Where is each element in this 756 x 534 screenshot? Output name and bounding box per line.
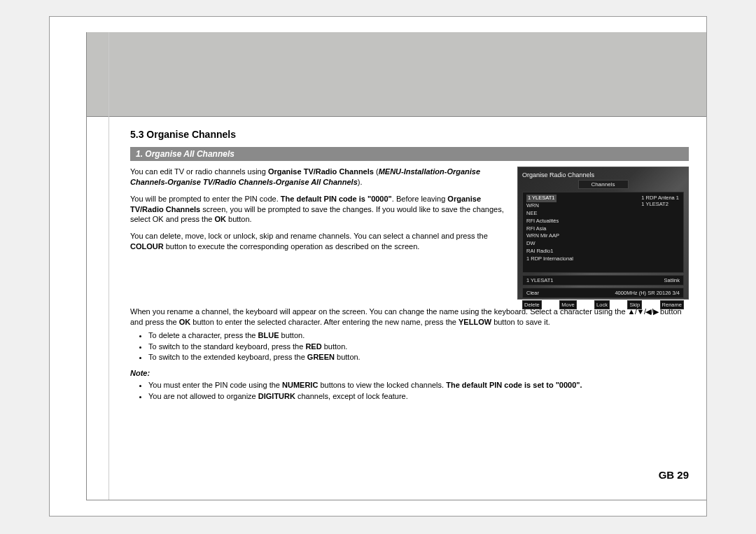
list-item: You must enter the PIN code using the NU… xyxy=(148,380,689,391)
paragraph-3: You can delete, move, lock or unlock, sk… xyxy=(130,231,507,252)
full-width-text: When you rename a channel, the keyboard … xyxy=(130,307,689,402)
text-column: You can edit TV or radio channels using … xyxy=(130,167,507,300)
header-band xyxy=(86,32,706,117)
bullet-list-1: To delete a character, press the BLUE bu… xyxy=(130,330,689,363)
note-label: Note: xyxy=(130,368,689,379)
paragraph-2: You will be prompted to enter the PIN co… xyxy=(130,194,507,225)
subheading: 1. Organise All Channels xyxy=(130,147,689,161)
content-area: 5.3 Organise Channels 1. Organise All Ch… xyxy=(130,129,689,407)
page-number: GB 29 xyxy=(659,469,689,481)
crop-mark-mid xyxy=(108,32,109,500)
paragraph-1: You can edit TV or radio channels using … xyxy=(130,167,507,188)
paragraph-4: When you rename a channel, the keyboard … xyxy=(130,307,689,328)
section-title: 5.3 Organise Channels xyxy=(130,129,689,140)
tv-screenshot: Organise Radio Channels Channels 1 RDP A… xyxy=(517,167,689,300)
list-item: To switch to the extended keyboard, pres… xyxy=(148,352,689,363)
shot-title: Organise Radio Channels xyxy=(522,171,684,178)
list-item: To delete a character, press the BLUE bu… xyxy=(148,330,689,341)
crop-mark-left xyxy=(86,32,87,500)
list-item: You are not allowed to organize DIGITURK… xyxy=(148,391,689,402)
shot-info-1: 1 YLESAT1 Satlink xyxy=(522,275,684,286)
shot-right-col: 1 RDP Antena 1 1 YLESAT2 xyxy=(641,195,679,207)
shot-info-2: Clear 4000MHz (H) SR 20126 3/4 xyxy=(522,288,684,298)
shot-buttons: Delete Move Lock Skip Rename xyxy=(522,300,684,309)
page-frame: 5.3 Organise Channels 1. Organise All Ch… xyxy=(49,16,707,517)
shot-panel: 1 RDP Antena 1 1 YLESAT2 1 YLESAT1 WRN N… xyxy=(522,192,684,273)
shot-tab: Channels xyxy=(578,180,629,189)
list-item: To switch to the standard keyboard, pres… xyxy=(148,342,689,352)
crop-mark-bottom xyxy=(86,500,706,500)
note-list: You must enter the PIN code using the NU… xyxy=(130,380,689,402)
